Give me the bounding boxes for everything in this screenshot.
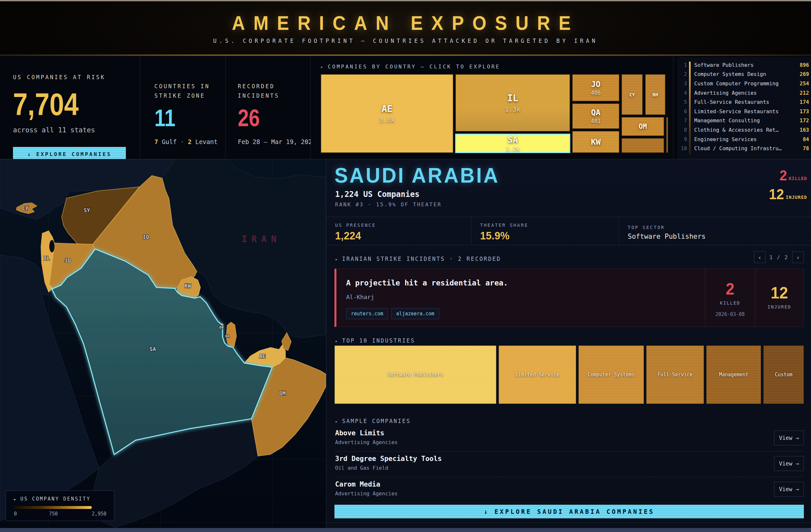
industry-rank-list: 1 Software Publishers 896 2 Computer Sys… (677, 57, 811, 159)
industry-segment[interactable]: Computer Systems (578, 346, 644, 404)
incident-killed-column: 2 KILLED 2026-03-08 (705, 269, 755, 326)
industries-section-header[interactable]: ▸TOP 10 INDUSTRIES (335, 337, 415, 344)
incident-page-indicator: 1 / 2 (769, 254, 788, 260)
incident-pagination: ‹ 1 / 2 › (754, 252, 804, 263)
stat-incidents: RECORDED INCIDENTS 26 Feb 28 – Mar 19, 2… (226, 56, 311, 159)
page-subtitle: U.S. CORPORATE FOOTPRINT — COUNTRIES ATT… (0, 37, 811, 44)
map-label-bh: BH (219, 325, 224, 330)
killed-summary: 2 KILLED (780, 168, 807, 183)
rank-row: 3 Custom Computer Programming 254 (677, 79, 809, 88)
rank-row: 4 Advertising Agencies 212 (677, 88, 809, 98)
explore-saudi-arabia-button[interactable]: ↓ EXPLORE SAUDI ARABIA COMPANIES (335, 505, 804, 518)
treemap-node-qa[interactable]: QA 401 (572, 103, 619, 129)
map-label-kw: KW (185, 283, 191, 289)
sample-company-row: 3rd Degree Specialty Tools Oil and Gas F… (335, 452, 804, 477)
panel-bottom-divider (326, 522, 811, 523)
density-legend-title[interactable]: ►US COMPANY DENSITY (14, 496, 114, 502)
dashboard: AMERICAN EXPOSURE U.S. CORPORATE FOOTPRI… (0, 0, 811, 532)
section-arrow-icon: ▸ (335, 338, 339, 344)
next-incident-button[interactable]: › (792, 252, 804, 263)
rank-row: 7 Management Consulting 172 (677, 116, 809, 125)
map-label-qa: QA (225, 334, 230, 338)
strike-zone-breakdown: 7 Gulf · 2 Levant (154, 138, 225, 145)
rank-row: 5 Full-Service Restaurants 174 (677, 97, 809, 107)
incident-headline: A projectile hit a residential area. (346, 279, 705, 287)
prev-incident-button[interactable]: ‹ (754, 252, 766, 263)
density-legend: ►US COMPANY DENSITY 0 750 2,950 (5, 490, 114, 521)
country-detail-panel: SAUDI ARABIA 2 KILLED 12 INJURED 1,224 U… (326, 159, 811, 532)
view-company-button[interactable]: View → (774, 456, 804, 471)
section-arrow-icon: ▸ (335, 257, 339, 262)
sample-company-row: Above Limits Advertising Agencies View → (335, 426, 804, 452)
rank-gradient-bar (689, 62, 691, 154)
section-arrow-icon: ▸ (335, 419, 339, 424)
density-mid: 750 (49, 511, 58, 517)
middle-east-map: CY SY IQ IL JO KW SA QA BH AE OM IRAN ►U… (0, 159, 326, 532)
density-scale: 0 750 2,950 (14, 511, 106, 517)
header: AMERICAN EXPOSURE U.S. CORPORATE FOOTPRI… (0, 1, 811, 55)
treemap-node-om[interactable]: OM (621, 117, 664, 136)
incident-location: Al-Kharj (346, 293, 705, 300)
treemap-node-jo[interactable]: JO 406 (572, 74, 619, 102)
incident-card: A projectile hit a residential area. Al-… (335, 269, 804, 327)
map-label-il: IL (44, 255, 50, 261)
industry-segment[interactable]: Management (706, 346, 761, 404)
gulf-count: 7 (154, 138, 158, 145)
rank-row: 6 Limited-Service Restaurants 173 (677, 107, 809, 116)
incident-sources: reuters.com aljazeera.com (346, 308, 705, 319)
states-note: across all 11 states (13, 126, 140, 134)
source-link-aljazeera[interactable]: aljazeera.com (391, 308, 439, 319)
stat-label: US COMPANIES AT RISK (13, 73, 140, 82)
map-label-sy: SY (84, 207, 90, 213)
treemap-node-sa-selected[interactable]: SA 1.2k (455, 134, 570, 153)
incident-details: A projectile hit a residential area. Al-… (336, 269, 705, 326)
rank-row: 2 Computer Systems Design 269 (677, 70, 809, 79)
treemap-node-kw[interactable]: KW (572, 131, 619, 153)
samples-section-header[interactable]: ▸SAMPLE COMPANIES (335, 418, 411, 424)
strike-zone-value: 11 (154, 104, 218, 132)
treemap-node-ae[interactable]: AE 3.0k (321, 74, 454, 153)
gulf-label: Gulf (162, 138, 177, 145)
incident-injured-column: 12 INJURED (755, 269, 804, 326)
triangle-icon: ► (14, 497, 17, 502)
map-label-iq: IQ (143, 234, 149, 240)
levant-count: 2 (188, 138, 192, 145)
treemap-node-cy[interactable]: CY (621, 74, 643, 115)
map-label-cy: CY (22, 206, 29, 212)
stat-label: COUNTRIES IN STRIKE ZONE (154, 82, 225, 101)
casualty-summary: 2 KILLED 12 INJURED (769, 168, 807, 202)
treemap-node-other[interactable] (621, 138, 664, 153)
industry-segment[interactable]: Software Publishers (335, 346, 496, 404)
stat-strike-zone: COUNTRIES IN STRIKE ZONE 11 7 Gulf · 2 L… (140, 56, 226, 159)
companies-at-risk-value: 7,704 (13, 86, 130, 123)
incidents-section-header[interactable]: ▸IRANIAN STRIKE INCIDENTS · 2 RECORDED (335, 256, 501, 262)
map-label-iran: IRAN (242, 234, 281, 244)
industry-segment[interactable]: Custom (763, 346, 804, 404)
stat-companies-at-risk: US COMPANIES AT RISK 7,704 across all 11… (0, 56, 140, 159)
country-companies-line: 1,224 US Companies (335, 190, 419, 199)
incidents-date-range: Feb 28 – Mar 19, 2026 (238, 138, 311, 145)
density-gradient-bar (14, 506, 92, 509)
stat-box-us-presence: US PRESENCE 1,224 (326, 217, 471, 245)
separator: · (180, 138, 184, 145)
incidents-value: 26 (238, 104, 303, 132)
injured-summary: 12 INJURED (769, 186, 807, 202)
view-company-button[interactable]: View → (774, 482, 804, 497)
industry-segment[interactable]: Limited-Service (499, 346, 576, 404)
treemap-node-il[interactable]: IL 1.3k (455, 74, 570, 132)
density-max: 2,950 (92, 511, 106, 517)
industry-segment[interactable]: Full-Service (646, 346, 704, 404)
source-link-reuters[interactable]: reuters.com (346, 308, 388, 319)
country-name: SAUDI ARABIA (335, 163, 500, 187)
treemap-node-bh[interactable]: BH (645, 74, 666, 115)
bottom-strip (0, 528, 811, 532)
top-industries-bar: Software Publishers Limited-Service Comp… (335, 346, 804, 404)
rank-row: 1 Software Publishers 896 (677, 60, 809, 70)
density-min: 0 (14, 511, 17, 517)
treemap-title[interactable]: ▸COMPANIES BY COUNTRY — CLICK TO EXPLORE (321, 64, 500, 70)
treemap-node-sliver[interactable] (666, 117, 668, 153)
top-section-divider (673, 56, 673, 159)
rank-row: 10 Cloud / Computing Infrastru… 78 (677, 144, 809, 153)
view-company-button[interactable]: View → (774, 430, 804, 445)
dead-sea (49, 240, 55, 253)
